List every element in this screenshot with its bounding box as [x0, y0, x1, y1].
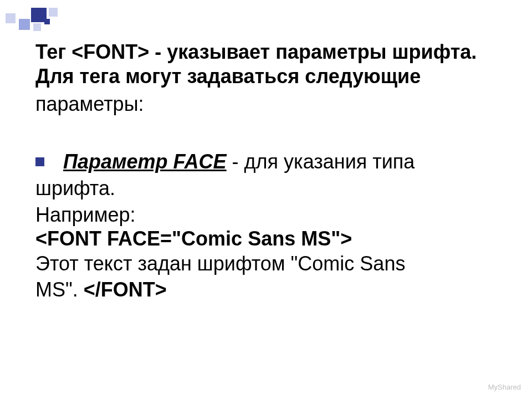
deco-square — [6, 13, 16, 23]
comic-sans-line-1: Этот текст задан шрифтом "Comic Sans — [35, 251, 499, 277]
footer-watermark: MyShared — [488, 383, 521, 391]
code-open-tag: <FONT FACE="Comic Sans MS"> — [35, 227, 499, 251]
deco-square — [44, 19, 50, 24]
content-area: Тег <FONT> - указывает параметры шрифта.… — [35, 40, 499, 303]
bullet-square-icon — [35, 157, 44, 166]
comic-sans-line-2: MS". </FONT> — [35, 277, 499, 303]
intro-params: параметры: — [35, 92, 499, 116]
code-close-tag: </FONT> — [84, 278, 167, 301]
slide: Тег <FONT> - указывает параметры шрифта.… — [0, 0, 532, 399]
deco-square — [49, 8, 58, 17]
bullet-rest: - для указания типа — [227, 150, 415, 173]
bullet-continuation: шрифта. — [35, 176, 499, 201]
intro-line-2: Для тега могут задаваться следующие — [35, 64, 499, 89]
deco-square — [33, 23, 41, 31]
comic-sans-line-2-prefix: MS". — [35, 278, 84, 301]
deco-square — [19, 19, 30, 30]
intro-prefix: Тег — [35, 40, 71, 63]
param-face-label: Параметр FACE — [63, 150, 227, 173]
corner-decoration — [6, 8, 83, 39]
bullet-text: Параметр FACE - для указания типа — [63, 150, 499, 174]
intro-tag: <FONT> — [71, 40, 149, 63]
example-label: Например: — [35, 203, 499, 227]
intro-line-1: Тег <FONT> - указывает параметры шрифта. — [35, 40, 499, 64]
bullet-item: Параметр FACE - для указания типа — [35, 150, 499, 174]
intro-rest1: - указывает параметры шрифта. — [149, 40, 477, 63]
intro-block: Тег <FONT> - указывает параметры шрифта.… — [35, 40, 499, 116]
